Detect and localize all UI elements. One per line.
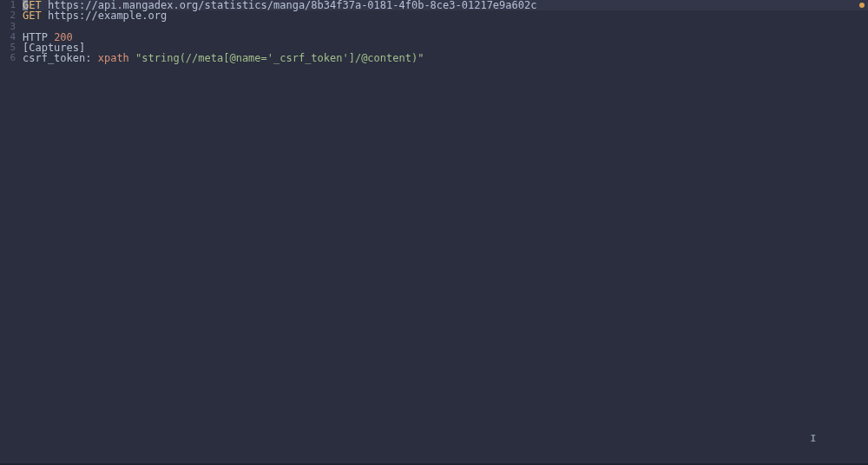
token-key: csrf_token — [23, 52, 85, 64]
text-cursor-block — [23, 0, 28, 10]
token-url: https://example.org — [42, 10, 168, 22]
line-number: 2 — [0, 10, 16, 21]
mouse-text-cursor-icon: I — [810, 433, 816, 444]
token-colon — [129, 52, 135, 64]
code-line[interactable] — [23, 22, 868, 32]
code-editor[interactable]: 123456 GET https://api.mangadex.org/stat… — [0, 0, 868, 465]
code-line[interactable]: GET https://example.org — [23, 10, 868, 21]
token-colon: : — [85, 52, 97, 64]
line-number: 6 — [0, 53, 16, 63]
code-content[interactable]: GET https://api.mangadex.org/statistics/… — [23, 0, 868, 465]
code-line[interactable]: csrf_token: xpath "string(//meta[@name='… — [23, 53, 868, 63]
token-function: xpath — [98, 52, 129, 64]
token-string: "string(//meta[@name='_csrf_token']/@con… — [135, 52, 424, 64]
modified-indicator-icon — [859, 3, 865, 8]
line-number-gutter: 123456 — [0, 0, 23, 465]
code-line[interactable]: HTTP 200 — [23, 32, 868, 43]
token-method: GET — [23, 10, 42, 22]
